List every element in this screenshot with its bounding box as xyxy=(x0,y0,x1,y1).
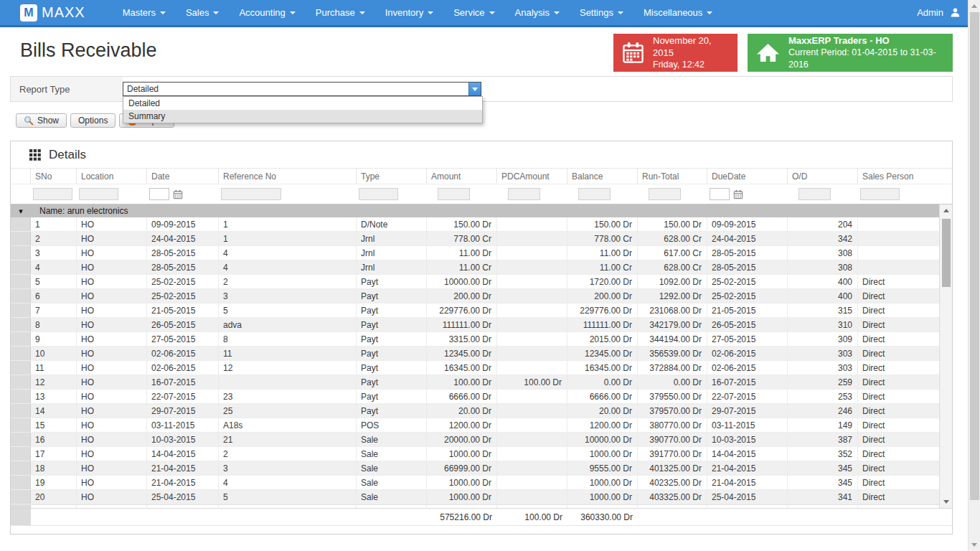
report-type-dropdown-button[interactable] xyxy=(468,83,481,95)
filter-input-balance[interactable] xyxy=(578,188,611,200)
filter-input-date[interactable] xyxy=(149,188,169,200)
row-expander-cell xyxy=(11,361,31,375)
col-header-date[interactable]: Date xyxy=(147,169,219,184)
col-header-sno[interactable]: SNo xyxy=(31,169,77,184)
page-scrollbar-thumb[interactable] xyxy=(970,12,979,500)
table-row[interactable]: 12HO16-07-2015Payt100.00 Dr100.00 Dr0.00… xyxy=(11,375,939,390)
cell-date: 29-07-2015 xyxy=(147,404,219,418)
table-row[interactable]: 15HO03-11-2015A18sPOS1200.00 Dr1200.00 D… xyxy=(11,418,939,433)
collapse-group-icon[interactable]: ▾ xyxy=(11,207,31,216)
cell-location: HO xyxy=(77,347,147,360)
grid-scrollbar-thumb[interactable] xyxy=(942,219,951,287)
nav-menu-service[interactable]: Service xyxy=(443,0,504,25)
table-row[interactable]: 10HO02-06-201511Payt12345.00 Dr12345.00 … xyxy=(11,347,939,361)
options-button[interactable]: Options xyxy=(70,113,116,128)
cell-date: 25-04-2015 xyxy=(147,490,219,504)
table-row[interactable]: 1HO09-09-20151D/Note150.00 Dr150.00 Dr15… xyxy=(11,217,939,232)
cell-type xyxy=(357,505,427,508)
table-row[interactable]: 6HO25-02-20153Payt200.00 Dr200.00 Dr1292… xyxy=(11,289,939,303)
nav-menu-masters[interactable]: Masters xyxy=(113,0,176,25)
user-menu[interactable]: Admin xyxy=(917,7,961,18)
calendar-filter-button-duedate[interactable] xyxy=(733,189,743,199)
nav-menu-sales[interactable]: Sales xyxy=(176,0,230,25)
show-button[interactable]: Show xyxy=(16,113,67,128)
col-header-o-d[interactable]: O/D xyxy=(788,169,858,184)
filter-input-duedate[interactable] xyxy=(710,188,730,200)
nav-menu-settings[interactable]: Settings xyxy=(570,0,633,25)
dropdown-option-summary[interactable]: Summary xyxy=(123,110,482,123)
filter-input-sno[interactable] xyxy=(33,188,72,200)
cell-duedate: 03-11-2015 xyxy=(707,418,788,432)
filter-input-amount[interactable] xyxy=(438,188,470,200)
nav-menu-analysis[interactable]: Analysis xyxy=(505,0,570,25)
table-row[interactable]: 17HO14-04-20152Sale1000.00 Dr1000.00 Dr3… xyxy=(11,447,939,461)
table-row[interactable]: 7HO21-05-20155Payt229776.00 Dr229776.00 … xyxy=(11,303,939,318)
table-row[interactable]: 3HO28-05-20154Jrnl11.00 Dr11.00 Dr617.00… xyxy=(11,246,939,260)
cell-duedate: 25-02-2015 xyxy=(707,275,788,288)
cell-run-total: 231068.00 Dr xyxy=(638,303,707,317)
dropdown-option-detailed[interactable]: Detailed xyxy=(123,97,482,110)
cell-date: 14-04-2015 xyxy=(147,447,219,461)
chevron-down-icon xyxy=(489,11,495,14)
table-row[interactable]: 11HO02-06-201512Payt16345.00 Dr16345.00 … xyxy=(11,361,939,375)
col-header-duedate[interactable]: DueDate xyxy=(707,169,788,184)
cell-sales-person: Direct xyxy=(858,332,939,346)
filter-input-location[interactable] xyxy=(79,188,118,200)
table-row[interactable]: 4HO28-05-20154Jrnl11.00 Cr11.00 Cr628.00… xyxy=(11,260,939,275)
cell-o-d: 342 xyxy=(788,232,858,245)
col-header-amount[interactable]: Amount xyxy=(427,169,497,184)
col-header-reference-no[interactable]: Reference No xyxy=(219,169,357,184)
group-row[interactable]: ▾Name: arun electronics xyxy=(11,204,939,217)
scroll-down-icon[interactable] xyxy=(940,496,952,508)
scroll-up-icon[interactable] xyxy=(940,204,952,217)
col-header-sales-person[interactable]: Sales Person xyxy=(858,169,952,184)
table-row[interactable]: 19HO21-04-20154Sale1000.00 Dr1000.00 Dr4… xyxy=(11,476,939,490)
col-header-location[interactable]: Location xyxy=(77,169,147,184)
cell-sales-person: Direct xyxy=(858,390,939,403)
cell-date: 24-04-2015 xyxy=(147,232,219,245)
filter-input-reference-no[interactable] xyxy=(221,188,281,200)
table-row[interactable]: 20HO25-04-20155Sale1000.00 Dr1000.00 Dr4… xyxy=(11,490,939,504)
current-period: Current Period: 01-04-2015 to 31-03-2016 xyxy=(788,47,943,71)
cell-date: 02-06-2015 xyxy=(147,347,219,360)
brand-logo[interactable]: M MAXX xyxy=(20,4,85,22)
grid-vertical-scrollbar[interactable] xyxy=(939,204,952,508)
page-scroll-up-icon[interactable] xyxy=(969,0,980,12)
nav-menu-purchase[interactable]: Purchase xyxy=(306,0,375,25)
cell-amount: 6666.00 Dr xyxy=(427,390,497,403)
col-header-type[interactable]: Type xyxy=(357,169,427,184)
cell-duedate: 28-05-2015 xyxy=(707,260,788,274)
table-row[interactable]: 8HO26-05-2015advaPayt111111.00 Dr111111.… xyxy=(11,318,939,332)
filter-input-type[interactable] xyxy=(359,188,398,200)
col-header-pdcamount[interactable]: PDCAmount xyxy=(497,169,567,184)
page-scroll-down-icon[interactable] xyxy=(969,539,980,551)
nav-menu-inventory[interactable]: Inventory xyxy=(375,0,443,25)
filter-input-pdcamount[interactable] xyxy=(508,188,540,200)
cell-run-total: 342179.00 Dr xyxy=(638,318,707,331)
nav-menu-miscellaneous[interactable]: Miscellaneous xyxy=(633,0,722,25)
filter-input-run-total[interactable] xyxy=(649,188,681,200)
report-type-select[interactable]: Detailed xyxy=(123,82,481,96)
table-row[interactable]: 9HO27-05-20158Payt3315.00 Dr2015.00 Dr34… xyxy=(11,332,939,347)
calendar-filter-button-date[interactable] xyxy=(173,189,183,199)
table-row[interactable]: 2HO24-04-20151Jrnl778.00 Cr778.00 Cr628.… xyxy=(11,232,939,246)
cell-pdcamount xyxy=(497,461,567,475)
col-header-run-total[interactable]: Run-Total xyxy=(638,169,707,184)
cell-type: Payt xyxy=(357,332,427,346)
nav-menu-accounting[interactable]: Accounting xyxy=(229,0,305,25)
cell-duedate: 25-02-2015 xyxy=(707,289,788,303)
total-sales-person xyxy=(858,509,952,525)
page-scrollbar[interactable] xyxy=(968,0,980,551)
table-row[interactable]: 13HO22-07-201523Payt6666.00 Dr6666.00 Dr… xyxy=(11,390,939,404)
filter-input-sales-person[interactable] xyxy=(860,188,900,200)
filter-input-o-d[interactable] xyxy=(798,188,831,200)
chevron-down-icon xyxy=(618,11,623,14)
table-row[interactable]: 18HO21-04-20153Sale66999.00 Dr9555.00 Dr… xyxy=(11,461,939,476)
table-row[interactable]: 5HO25-02-20152Payt10000.00 Dr1720.00 Dr1… xyxy=(11,275,939,289)
cell-date xyxy=(147,505,219,508)
grid-icon xyxy=(29,149,41,161)
col-header-balance[interactable]: Balance xyxy=(567,169,638,184)
current-day-time: Friday, 12:42 xyxy=(653,59,727,71)
table-row[interactable]: 14HO29-07-201525Payt20.00 Dr20.00 Dr3795… xyxy=(11,404,939,418)
table-row[interactable]: 16HO10-03-201521Sale20000.00 Dr10000.00 … xyxy=(11,433,939,447)
